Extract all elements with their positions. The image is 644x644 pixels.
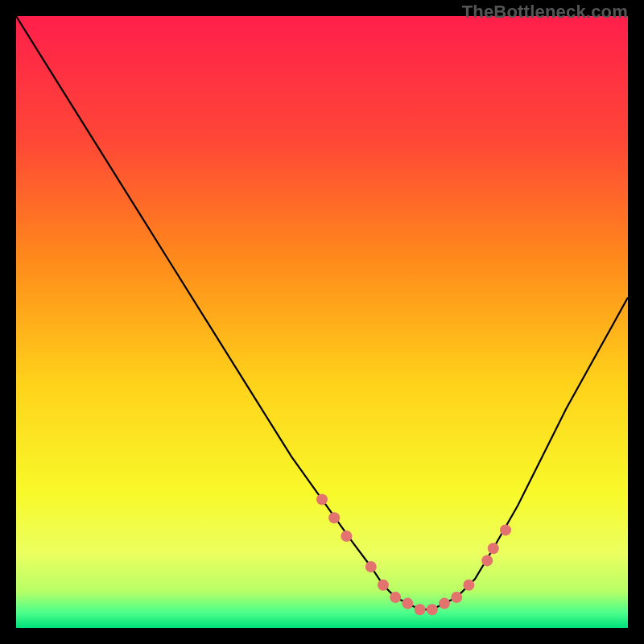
marker-point — [328, 512, 340, 523]
marker-point — [451, 592, 462, 603]
marker-point — [427, 604, 438, 615]
marker-point — [415, 604, 426, 615]
marker-point — [481, 555, 493, 566]
attribution-text: TheBottleneck.com — [462, 2, 628, 23]
marker-point — [316, 493, 328, 505]
marker-point — [463, 580, 474, 591]
marker-point — [390, 592, 401, 603]
marker-point — [488, 543, 499, 554]
gradient-background — [16, 16, 628, 628]
marker-point — [378, 580, 389, 591]
marker-point — [341, 530, 352, 542]
bottleneck-chart — [16, 16, 628, 628]
marker-point — [365, 561, 377, 572]
marker-point — [500, 524, 511, 535]
marker-point — [402, 598, 413, 609]
marker-point — [439, 598, 450, 609]
